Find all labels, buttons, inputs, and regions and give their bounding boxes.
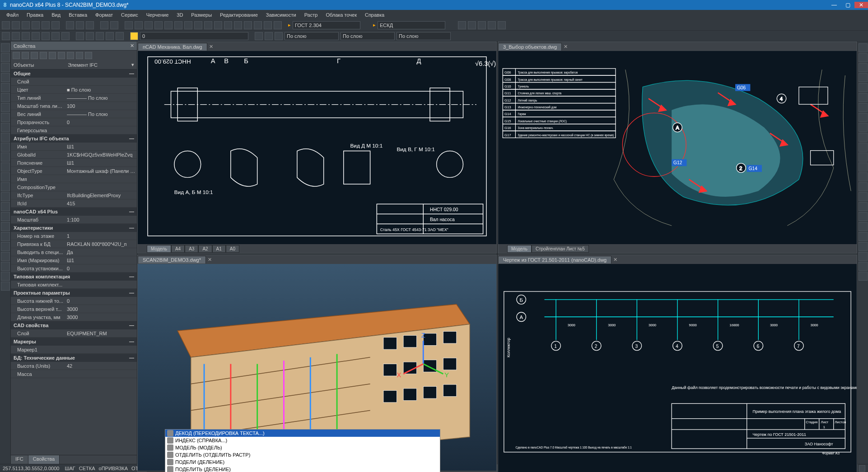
prop-row[interactable]: IfcTypeIfcBuildingElementProxy	[11, 191, 137, 199]
tool2-9-icon[interactable]	[86, 32, 94, 40]
tool-print-icon[interactable]	[42, 21, 50, 29]
rtool-9-icon[interactable]	[859, 123, 868, 132]
doc-close-icon[interactable]: ✕	[611, 257, 619, 263]
ltool-more4-icon[interactable]	[1, 252, 10, 261]
ptool-5-icon[interactable]	[49, 52, 56, 59]
ltool-more1-icon[interactable]	[1, 222, 10, 231]
prop-row[interactable]: ИмяШ1	[11, 143, 137, 151]
tool2-10-icon[interactable]	[96, 32, 104, 40]
rtool-5-icon[interactable]	[859, 83, 868, 92]
prop-value[interactable]: ———— По слою	[65, 111, 137, 117]
rtool-11-icon[interactable]	[859, 143, 868, 152]
doc-close-icon[interactable]: ✕	[207, 44, 215, 50]
status-toggle-ШАГ[interactable]: ШАГ	[63, 466, 77, 471]
tool-misc5-icon[interactable]	[164, 21, 173, 29]
tool-misc10-icon[interactable]	[214, 21, 222, 29]
prop-row[interactable]: СлойEQUIPMENT_RM	[11, 329, 137, 338]
ltool-block-icon[interactable]	[1, 172, 10, 181]
doc-tab-tl[interactable]: nCAD Механика. Вал.dwg	[138, 43, 207, 51]
rtool-10-icon[interactable]	[859, 133, 868, 142]
prop-row[interactable]: Выводить в специ...Да	[11, 248, 137, 256]
prop-value[interactable]: 42	[65, 363, 137, 369]
menu-3d[interactable]: 3D	[173, 11, 187, 19]
prop-row[interactable]: Масса	[11, 370, 137, 378]
layout-tab[interactable]: Модель	[507, 245, 532, 253]
menu-вид[interactable]: Вид	[48, 11, 64, 19]
doc-close-icon[interactable]: ✕	[206, 257, 214, 263]
tool-r3-icon[interactable]	[478, 21, 486, 29]
tool-r1-icon[interactable]	[458, 21, 466, 29]
ltool-point-icon[interactable]	[1, 133, 10, 142]
prop-row[interactable]: Масштаб типа линий100	[11, 102, 137, 110]
prop-value[interactable]: 0	[65, 266, 137, 271]
color-combo[interactable]	[285, 32, 339, 40]
layout-tab[interactable]: A4	[171, 245, 185, 253]
tool-redo-icon[interactable]	[110, 21, 118, 29]
ltool-ellipse-icon[interactable]	[1, 103, 10, 112]
rtool-22-icon[interactable]	[859, 252, 868, 261]
drawing-canvas-br[interactable]: 130002300033000490005168006300073000 Б А…	[498, 264, 857, 472]
prop-row[interactable]: Вес линий———— По слою	[11, 110, 137, 118]
tool-misc11-icon[interactable]	[224, 21, 232, 29]
tool-misc12-icon[interactable]	[234, 21, 242, 29]
tool2-align2-icon[interactable]	[265, 32, 273, 40]
rtool-18-icon[interactable]	[859, 212, 868, 221]
rtool-16-icon[interactable]	[859, 192, 868, 201]
layout-tab[interactable]: A2	[198, 245, 212, 253]
menu-облака точек[interactable]: Облака точек	[322, 11, 360, 19]
tab-properties[interactable]: Свойства	[28, 455, 60, 464]
ltool-text-icon[interactable]	[1, 143, 10, 152]
ltool-more2-icon[interactable]	[1, 232, 10, 241]
tool2-align3-icon[interactable]	[275, 32, 283, 40]
menu-размеры[interactable]: Размеры	[187, 11, 215, 19]
menu-сервис[interactable]: Сервис	[117, 11, 142, 19]
rtool-7-icon[interactable]	[859, 103, 868, 112]
prop-group[interactable]: Общие—	[11, 69, 137, 78]
menu-справка[interactable]: Справка	[361, 11, 388, 19]
prop-value[interactable]: EQUIPMENT_RM	[65, 331, 137, 336]
prop-value[interactable]: ———— По слою	[65, 95, 137, 101]
tool-saveall-icon[interactable]	[32, 21, 40, 29]
tool2-1-icon[interactable]	[2, 32, 10, 40]
prop-row[interactable]: Прозрачность0	[11, 118, 137, 126]
ltool-rect-icon[interactable]	[1, 83, 10, 92]
properties-selection-row[interactable]: Объекты Элемент IFC ▾	[11, 60, 137, 69]
tool-undo-icon[interactable]	[100, 21, 108, 29]
rtool-4-icon[interactable]	[859, 73, 868, 82]
ptool-2-icon[interactable]	[22, 52, 29, 59]
prop-value[interactable]: 1	[65, 233, 137, 239]
prop-value[interactable]: 0	[65, 298, 137, 304]
rtool-6-icon[interactable]	[859, 93, 868, 102]
ltool-more5-icon[interactable]	[1, 262, 10, 271]
prop-value[interactable]: Ш1	[65, 258, 137, 263]
ltool-more7-icon[interactable]	[1, 282, 10, 291]
tool2-5-icon[interactable]	[42, 32, 50, 40]
autocomplete-item[interactable]: ОТДЕЛИТЬ (ОТДЕЛИТЬ РАСТР)	[165, 451, 440, 458]
prop-row[interactable]: Типовая комплект...	[11, 281, 137, 289]
prop-row[interactable]: Высота верхней т...3000	[11, 305, 137, 313]
rtool-24-icon[interactable]	[859, 272, 868, 281]
tool-save-icon[interactable]	[22, 21, 30, 29]
prop-row[interactable]: Слой	[11, 78, 137, 86]
ptool-9-icon[interactable]	[85, 52, 92, 59]
tool-misc1-icon[interactable]	[125, 21, 133, 29]
rtool-17-icon[interactable]	[859, 202, 868, 211]
ptool-4-icon[interactable]	[40, 52, 47, 59]
tool-open-icon[interactable]	[12, 21, 20, 29]
prop-row[interactable]: Гиперссылка	[11, 126, 137, 134]
rtool-3-icon[interactable]	[859, 63, 868, 72]
ptool-3-icon[interactable]	[31, 52, 38, 59]
prop-value[interactable]: RACKLAN 800*800*42U_п	[65, 241, 137, 247]
menu-правка[interactable]: Правка	[23, 11, 47, 19]
prop-group[interactable]: Характеристики—	[11, 224, 137, 232]
prop-row[interactable]: Номер на этаже1	[11, 232, 137, 240]
tab-ifc[interactable]: IFC	[11, 455, 28, 464]
prop-value[interactable]: Ш1	[65, 160, 137, 166]
drawing-canvas-tl[interactable]: ННСТ 029.00 √6.3(√) А Б Г Д В	[138, 51, 496, 244]
layout-tab[interactable]: Стройгенплан Лист №5	[532, 245, 589, 253]
tool-misc3-icon[interactable]	[145, 21, 153, 29]
prop-group[interactable]: БД: Технические данные—	[11, 354, 137, 362]
tool-copy-icon[interactable]	[76, 21, 84, 29]
std-combo[interactable]	[378, 21, 445, 29]
rtool-21-icon[interactable]	[859, 242, 868, 251]
